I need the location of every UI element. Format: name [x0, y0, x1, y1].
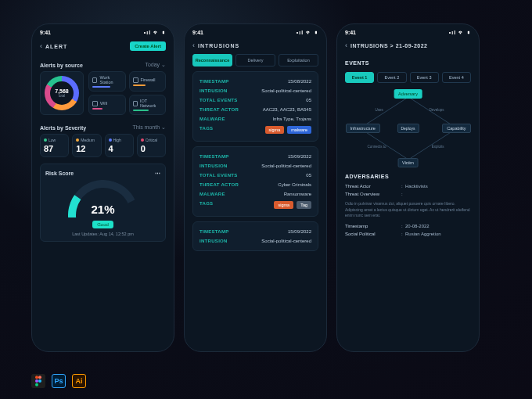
status-bar: 9:41 •ıl ᯤ ▮ — [185, 24, 326, 38]
section-title: Alerts by Severity — [40, 125, 86, 131]
page-title: INTRUSIONS — [198, 43, 239, 49]
edge-connects: Connects to — [368, 145, 386, 149]
svg-point-1 — [38, 376, 41, 379]
screen-intrusion-detail: 9:41 •ıl ᯤ ▮ ‹ INTRUSIONS > 21-09-2022 E… — [336, 23, 480, 352]
tab-reconnaissance[interactable]: Reconnaissance — [192, 54, 232, 66]
threat-overview-text: Odio in pulvinar vivamus dui, aliquet po… — [337, 198, 479, 222]
photoshop-icon: Ps — [52, 374, 66, 388]
risk-title: Risk Score — [45, 171, 74, 177]
node-infrastructure[interactable]: Infrastructure — [346, 124, 380, 133]
illustrator-icon: Ai — [72, 374, 86, 388]
detail-row: Threat Actor: Hacktivists — [337, 182, 479, 190]
events-header: EVENTS — [337, 54, 479, 69]
severity-high[interactable]: High 4 — [105, 134, 134, 157]
tag[interactable]: malware — [287, 126, 311, 134]
severity-medium[interactable]: Medium 12 — [72, 134, 101, 157]
status-icons: •ıl ᯤ ▮ — [144, 30, 166, 35]
tag[interactable]: sigma — [274, 201, 293, 209]
last-updated: Last Updates: Aug 14, 12:52 pm — [72, 232, 134, 236]
svg-point-2 — [35, 379, 38, 383]
detail-row: Timestamp: 20-08-2022 — [337, 222, 479, 230]
svg-point-0 — [35, 376, 38, 379]
edge-uses: Uses — [376, 108, 383, 112]
page-title: ALERT — [45, 44, 67, 49]
node-victim[interactable]: Victim — [397, 158, 419, 167]
firewall-icon — [133, 77, 138, 83]
svg-point-3 — [38, 379, 41, 383]
svg-point-4 — [35, 383, 38, 386]
screen-intrusions: 9:41 •ıl ᯤ ▮ ‹ INTRUSIONS Reconnaissance… — [184, 23, 327, 352]
event-tab[interactable]: Event 1 — [345, 72, 374, 83]
source-wifi[interactable]: Wifi — [88, 95, 126, 115]
more-icon[interactable]: ⋯ — [155, 171, 160, 177]
clock: 9:41 — [345, 30, 356, 35]
intrusion-record[interactable]: TIMESTAMP15/09/2022 INTRUSIONSocial-poli… — [192, 146, 318, 217]
detail-row: Social Political: Rusian Aggretion — [337, 230, 479, 238]
risk-badge: Good — [92, 221, 113, 228]
tab-exploitation[interactable]: Exploitation — [279, 54, 318, 66]
tag[interactable]: sigma — [265, 126, 285, 134]
clock: 9:41 — [40, 30, 51, 35]
detail-row: Threat Overview: — [337, 190, 479, 198]
source-firewall[interactable]: Firewall — [129, 71, 167, 92]
section-title: Alerts by source — [40, 63, 83, 68]
severity-low[interactable]: Low 87 — [40, 134, 69, 157]
node-capability[interactable]: Capability — [442, 124, 470, 133]
source-workstation[interactable]: Work Station — [88, 71, 126, 92]
tag[interactable]: Tag — [297, 201, 311, 209]
edge-develops: Develops — [430, 108, 444, 112]
wifi-icon — [92, 101, 98, 106]
event-tab[interactable]: Event 3 — [410, 72, 439, 83]
breadcrumb: INTRUSIONS > 21-09-2022 — [350, 43, 427, 49]
event-tab[interactable]: Event 2 — [377, 72, 406, 83]
node-deploys: Deploys — [397, 124, 419, 133]
risk-value: 21% — [91, 203, 114, 216]
status-icons: •ıl ᯤ ▮ — [297, 30, 318, 35]
range-dropdown[interactable]: This month ⌄ — [132, 124, 166, 131]
donut-value: 7,568 — [55, 88, 69, 94]
screen-alert: 9:41 •ıl ᯤ ▮ ‹ ALERT Create Alert Alerts… — [31, 23, 174, 352]
tool-badges: Ps Ai — [31, 374, 86, 388]
workstation-icon — [92, 77, 97, 83]
back-icon[interactable]: ‹ — [345, 41, 347, 49]
back-icon[interactable]: ‹ — [192, 41, 195, 49]
source-iot[interactable]: IOT Network — [129, 95, 167, 115]
status-bar: 9:41 •ıl ᯤ ▮ — [337, 24, 479, 38]
clock: 9:41 — [192, 30, 203, 35]
adversaries-header: ADVERSARIES — [337, 167, 479, 182]
range-dropdown[interactable]: Today ⌄ — [145, 62, 166, 68]
risk-score-card: Risk Score⋯ 21% Good Last Updates: Aug 1… — [40, 164, 166, 242]
intrusion-record[interactable]: TIMESTAMP15/09/2022 INTRUSIONSocial-poli… — [192, 221, 318, 251]
risk-gauge: 21% — [68, 180, 138, 217]
severity-critical[interactable]: Critical 0 — [137, 134, 166, 157]
intrusion-record[interactable]: TIMESTAMP15/08/2022 INTRUSIONSocial-poli… — [192, 71, 318, 142]
iot-icon — [133, 101, 138, 106]
node-adversary[interactable]: Adversary — [394, 89, 422, 99]
tab-delivery[interactable]: Delivery — [235, 54, 275, 66]
donut-label: total — [59, 94, 66, 98]
status-icons: •ıl ᯤ ▮ — [449, 30, 471, 35]
event-tab[interactable]: Event 4 — [442, 72, 471, 83]
figma-icon — [31, 374, 45, 388]
back-icon[interactable]: ‹ — [40, 42, 42, 50]
edge-exploits: Exploits — [432, 145, 444, 149]
create-alert-button[interactable]: Create Alert — [130, 41, 166, 51]
status-bar: 9:41 •ıl ᯤ ▮ — [32, 24, 174, 38]
donut-chart: 7,568 total — [40, 71, 84, 115]
diamond-model: Adversary Infrastructure Capability Vict… — [346, 89, 471, 167]
